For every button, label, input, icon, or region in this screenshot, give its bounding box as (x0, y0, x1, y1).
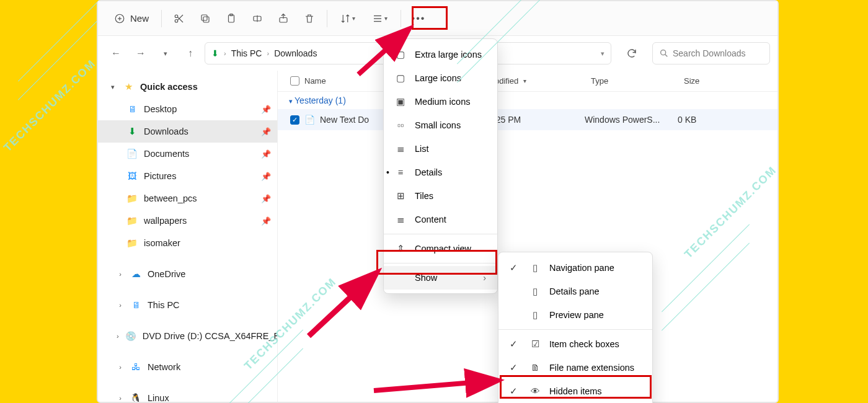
sidebar-item-dvd[interactable]: › 💿 DVD Drive (D:) CCSA_X64FRE_EN-US_D (98, 325, 277, 347)
recent-button[interactable]: ▾ (155, 43, 176, 64)
check-icon: ✓ (510, 363, 521, 373)
new-button[interactable]: New (107, 6, 156, 31)
pane-icon: ▯ (529, 286, 541, 296)
navigation-pane: ▾ ★ Quick access 🖥 Desktop 📌 ⬇ Downloads… (98, 71, 278, 402)
check-icon: ✓ (510, 386, 521, 396)
view-menu: ▢Extra large icons ▢Large icons ▣Medium … (383, 38, 498, 294)
paste-button[interactable] (219, 6, 244, 31)
menu-label: Extra large icons (415, 50, 482, 60)
menu-label: Details pane (549, 286, 600, 296)
rename-button[interactable] (245, 6, 270, 31)
sidebar-item-quick-access[interactable]: ▾ ★ Quick access (98, 76, 277, 98)
chevron-down-icon[interactable]: ▾ (601, 50, 604, 58)
column-date[interactable]: odified ▾ (489, 76, 585, 86)
menu-label: File name extensions (549, 363, 634, 373)
sidebar-label: Network (148, 362, 180, 372)
sidebar-item-documents[interactable]: 📄 Documents 📌 (98, 143, 277, 165)
share-button[interactable] (271, 6, 296, 31)
column-label: Name (304, 76, 326, 86)
menu-item-preview-pane[interactable]: ▯Preview pane (498, 303, 652, 327)
sidebar-item-linux[interactable]: › 🐧 Linux (98, 387, 277, 402)
folder-icon: 📁 (126, 193, 138, 204)
cut-button[interactable] (167, 6, 192, 31)
menu-item-list[interactable]: ≣List (384, 137, 497, 161)
toolbar-divider (327, 10, 327, 27)
view-icon (372, 13, 383, 24)
pane-icon: ▯ (529, 263, 541, 273)
sidebar-item-between-pcs[interactable]: 📁 between_pcs 📌 (98, 187, 277, 210)
search-box[interactable]: Search Downloads (652, 42, 770, 64)
back-button[interactable]: ← (105, 43, 126, 64)
sort-button[interactable]: ▾ (332, 6, 362, 31)
sidebar-label: Documents (144, 149, 189, 159)
menu-item-medium-icons[interactable]: ▣Medium icons (384, 90, 497, 113)
forward-button[interactable]: → (130, 43, 151, 64)
menu-label: Show (415, 273, 437, 283)
column-type[interactable]: Type (585, 76, 678, 86)
copy-button[interactable] (193, 6, 218, 31)
file-explorer-window: New ▾ ▾ ••• ← → ▾ ↑ ⬇ › This PC › (97, 0, 779, 403)
refresh-icon (626, 48, 637, 59)
select-all-checkbox[interactable] (290, 76, 299, 86)
pin-icon: 📌 (261, 172, 271, 181)
svg-line-18 (665, 55, 668, 57)
more-button[interactable]: ••• (406, 6, 431, 31)
row-checkbox[interactable]: ✓ (290, 115, 299, 125)
refresh-button[interactable] (621, 43, 642, 64)
sidebar-item-wallpapers[interactable]: 📁 wallpapers 📌 (98, 210, 277, 232)
menu-item-show[interactable]: Show › (384, 266, 497, 290)
file-row[interactable]: ✓ 📄 New Text Do 2:25 PM Windows PowerS..… (278, 109, 777, 130)
file-type: Windows PowerS... (585, 115, 660, 125)
breadcrumb-current[interactable]: Downloads (274, 48, 317, 58)
onedrive-icon: ☁ (130, 269, 141, 279)
menu-item-compact[interactable]: ⇕Compact view (384, 237, 497, 260)
chevron-right-icon: › (117, 301, 124, 309)
chevron-right-icon: › (117, 363, 124, 371)
check-icon: ✓ (510, 339, 521, 349)
svg-point-17 (661, 50, 666, 55)
tiles-icon: ⊞ (395, 191, 406, 201)
delete-button[interactable] (297, 6, 322, 31)
menu-item-extensions[interactable]: ✓🗎File name extensions (498, 356, 652, 379)
pictures-icon: 🖼 (126, 171, 138, 181)
chevron-down-icon: ▾ (109, 83, 117, 91)
linux-icon: 🐧 (130, 393, 141, 402)
menu-item-navigation-pane[interactable]: ✓▯Navigation pane (498, 256, 652, 280)
star-icon: ★ (123, 82, 134, 92)
downloads-icon: ⬇ (126, 126, 138, 136)
svg-rect-8 (202, 15, 207, 20)
sidebar-item-downloads[interactable]: ⬇ Downloads 📌 (98, 120, 277, 143)
desktop-icon: 🖥 (126, 104, 138, 114)
menu-item-details[interactable]: •≡Details (384, 161, 497, 184)
menu-label: List (415, 144, 429, 154)
menu-item-details-pane[interactable]: ▯Details pane (498, 280, 652, 303)
chevron-right-icon: › (117, 270, 124, 278)
menu-item-large-icons[interactable]: ▢Large icons (384, 66, 497, 90)
sidebar-label: wallpapers (144, 216, 187, 226)
sidebar-label: isomaker (144, 238, 180, 248)
breadcrumb-root[interactable]: This PC (231, 48, 262, 58)
compact-icon: ⇕ (395, 244, 406, 254)
sidebar-label: between_pcs (144, 193, 197, 203)
menu-item-hidden-items[interactable]: ✓👁Hidden items (498, 379, 652, 403)
column-size[interactable]: Size (678, 76, 777, 86)
view-button[interactable]: ▾ (363, 6, 396, 31)
chevron-right-icon: › (483, 273, 486, 283)
column-label: Type (591, 76, 608, 86)
menu-item-extra-large-icons[interactable]: ▢Extra large icons (384, 43, 497, 66)
up-button[interactable]: ↑ (180, 43, 201, 64)
menu-item-checkboxes[interactable]: ✓☑Item check boxes (498, 332, 652, 356)
sidebar-item-isomaker[interactable]: 📁 isomaker (98, 232, 277, 254)
menu-item-small-icons[interactable]: ▫▫Small icons (384, 113, 497, 137)
menu-item-content[interactable]: ≣Content (384, 208, 497, 231)
svg-rect-7 (203, 17, 209, 22)
sidebar-item-onedrive[interactable]: › ☁ OneDrive (98, 263, 277, 285)
group-header[interactable]: Yesterday (1) (278, 92, 777, 109)
menu-separator (384, 263, 497, 264)
sidebar-item-desktop[interactable]: 🖥 Desktop 📌 (98, 98, 277, 120)
sidebar-item-this-pc[interactable]: › 🖥 This PC (98, 294, 277, 316)
sidebar-item-pictures[interactable]: 🖼 Pictures 📌 (98, 165, 277, 187)
menu-label: Content (415, 215, 446, 224)
sidebar-item-network[interactable]: › 🖧 Network (98, 356, 277, 378)
menu-item-tiles[interactable]: ⊞Tiles (384, 184, 497, 208)
